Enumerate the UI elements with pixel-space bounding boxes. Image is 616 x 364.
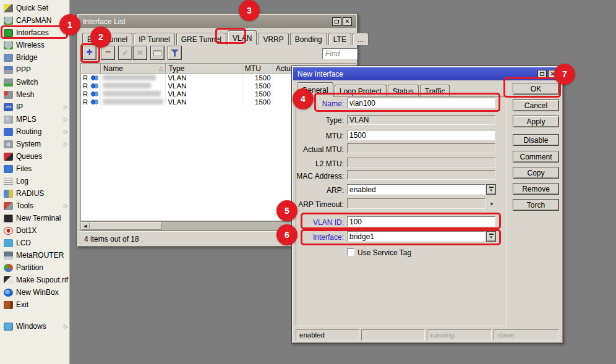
sidebar-item-partition[interactable]: Partition bbox=[0, 261, 70, 274]
ok-button[interactable]: OK bbox=[513, 83, 559, 95]
dialog-title: New Interface bbox=[297, 70, 343, 78]
sidebar-item-mpls[interactable]: MPLS▷ bbox=[0, 113, 70, 125]
redacted-name bbox=[103, 99, 163, 104]
vlan-interface-icon bbox=[91, 75, 98, 81]
arp-timeout-dropdown-icon[interactable]: ▼ bbox=[489, 201, 494, 207]
column-header-type[interactable]: Type bbox=[166, 64, 242, 74]
mtu-input[interactable] bbox=[347, 130, 495, 140]
torch-button[interactable]: Torch bbox=[513, 199, 559, 211]
tab-overflow[interactable]: ... bbox=[353, 33, 369, 45]
mac-address-value bbox=[347, 170, 495, 180]
sidebar-item-exit[interactable]: Exit bbox=[0, 298, 70, 311]
row-type: VLAN bbox=[168, 74, 186, 82]
sidebar-item-wireless[interactable]: Wireless bbox=[0, 39, 70, 51]
windows-icon bbox=[4, 323, 13, 331]
type-value bbox=[347, 115, 495, 125]
sidebar-item-bridge[interactable]: Bridge bbox=[0, 51, 70, 64]
interface-dropdown-button[interactable]: ▼ bbox=[486, 231, 496, 242]
tab-bonding[interactable]: Bonding bbox=[290, 33, 327, 45]
new-interface-titlebar[interactable]: New Interface × bbox=[293, 67, 562, 80]
sidebar-item-dot1x[interactable]: Dot1X bbox=[0, 224, 70, 237]
sidebar-item-label: LCD bbox=[16, 239, 31, 247]
comment-button[interactable] bbox=[150, 46, 165, 60]
sidebar-item-label: New WinBox bbox=[16, 288, 59, 297]
actual-mtu-label: Actual MTU: bbox=[294, 145, 344, 154]
comment-button[interactable]: Comment bbox=[513, 151, 559, 163]
tab-ip-tunnel[interactable]: IP Tunnel bbox=[134, 33, 174, 45]
sidebar-item-make-supout[interactable]: Make Supout.rif bbox=[0, 274, 70, 286]
name-input[interactable] bbox=[347, 98, 495, 108]
sidebar-item-queues[interactable]: Queues bbox=[0, 150, 70, 163]
sidebar-item-label: RADIUS bbox=[16, 189, 44, 198]
winbox-globe-icon bbox=[4, 289, 13, 297]
use-service-tag-checkbox[interactable] bbox=[347, 248, 354, 256]
annotation-badge-3: 3 bbox=[239, 0, 260, 21]
tab-status[interactable]: Status bbox=[388, 85, 419, 97]
sidebar-item-metarouter[interactable]: MetaROUTER bbox=[0, 249, 70, 261]
add-icon: + bbox=[86, 46, 93, 57]
arp-select[interactable] bbox=[347, 184, 486, 195]
cancel-button[interactable]: Cancel bbox=[513, 99, 559, 111]
sidebar-item-tools[interactable]: Tools▷ bbox=[0, 200, 70, 212]
enable-button[interactable]: ✔ bbox=[118, 46, 132, 60]
quick-set-icon bbox=[4, 4, 13, 12]
sidebar-item-switch[interactable]: Switch bbox=[0, 76, 70, 88]
tab-lte[interactable]: LTE bbox=[328, 33, 351, 45]
sidebar-item-lcd[interactable]: LCD bbox=[0, 237, 70, 249]
tab-traffic[interactable]: Traffic bbox=[420, 85, 450, 97]
partition-icon bbox=[4, 264, 13, 272]
arp-dropdown-button[interactable]: ▼ bbox=[486, 184, 496, 195]
mtu-label: MTU: bbox=[294, 132, 344, 140]
sidebar-item-log[interactable]: Log bbox=[0, 175, 70, 187]
tab-vrrp[interactable]: VRRP bbox=[258, 33, 288, 45]
disable-button[interactable]: Disable bbox=[513, 134, 559, 146]
disable-button[interactable]: ✖ bbox=[133, 46, 147, 60]
vlan-id-input[interactable] bbox=[347, 216, 495, 227]
sidebar-item-radius[interactable]: RADIUS bbox=[0, 187, 70, 200]
sidebar-item-new-terminal[interactable]: New Terminal bbox=[0, 212, 70, 224]
sidebar-item-label: Quick Set bbox=[16, 4, 48, 12]
sidebar-item-mesh[interactable]: Mesh bbox=[0, 88, 70, 101]
mac-address-label: MAC Address: bbox=[294, 172, 344, 180]
actual-mtu-value bbox=[347, 143, 495, 153]
interface-list-titlebar[interactable]: Interface List × bbox=[79, 15, 356, 28]
remove-button[interactable]: Remove bbox=[513, 183, 559, 195]
filter-button[interactable] bbox=[168, 46, 182, 60]
copy-button[interactable]: Copy bbox=[513, 167, 559, 179]
column-header-mtu[interactable]: MTU bbox=[242, 64, 273, 74]
row-type: VLAN bbox=[168, 98, 186, 106]
tab-loop-protect[interactable]: Loop Protect bbox=[335, 85, 387, 97]
row-type: VLAN bbox=[168, 82, 186, 90]
sidebar-item-label: Dot1X bbox=[16, 226, 36, 235]
sidebar-item-label: System bbox=[16, 140, 41, 148]
sidebar-item-windows[interactable]: Windows▷ bbox=[0, 320, 70, 332]
sidebar-item-ip[interactable]: 255IP▷ bbox=[0, 101, 70, 113]
add-button[interactable]: + bbox=[82, 46, 96, 60]
column-header-name[interactable]: Name△ bbox=[101, 64, 166, 74]
close-icon[interactable]: × bbox=[343, 17, 352, 26]
column-header-flags[interactable] bbox=[81, 64, 101, 74]
find-input[interactable] bbox=[322, 48, 357, 59]
sidebar-item-files[interactable]: Files bbox=[0, 163, 70, 175]
dropdown-arrow-icon: ▼ bbox=[489, 235, 493, 239]
status-slave: slave bbox=[494, 329, 559, 341]
sidebar-item-interfaces[interactable]: Interfaces bbox=[0, 27, 70, 39]
sidebar-item-ppp[interactable]: PPP bbox=[0, 64, 70, 76]
sidebar-item-label: PPP bbox=[16, 66, 31, 74]
tab-vlan[interactable]: VLAN bbox=[228, 30, 257, 45]
sidebar-item-new-winbox[interactable]: New WinBox bbox=[0, 286, 70, 298]
tab-gre-tunnel[interactable]: GRE Tunnel bbox=[176, 33, 226, 45]
interface-select[interactable] bbox=[347, 231, 486, 242]
sidebar-item-system[interactable]: System▷ bbox=[0, 138, 70, 150]
sidebar-item-quick-set[interactable]: Quick Set bbox=[0, 2, 70, 14]
apply-button[interactable]: Apply bbox=[513, 116, 559, 127]
scroll-left-icon[interactable]: ◀ bbox=[81, 222, 90, 230]
status-enabled: enabled bbox=[296, 329, 359, 341]
maximize-icon[interactable] bbox=[332, 17, 341, 26]
maximize-icon[interactable] bbox=[537, 70, 547, 78]
remove-button[interactable]: − bbox=[101, 46, 115, 60]
scrollbar-thumb[interactable] bbox=[90, 222, 161, 230]
log-icon bbox=[4, 177, 13, 185]
row-mtu: 1500 bbox=[255, 82, 271, 90]
sidebar-item-routing[interactable]: Routing▷ bbox=[0, 125, 70, 138]
